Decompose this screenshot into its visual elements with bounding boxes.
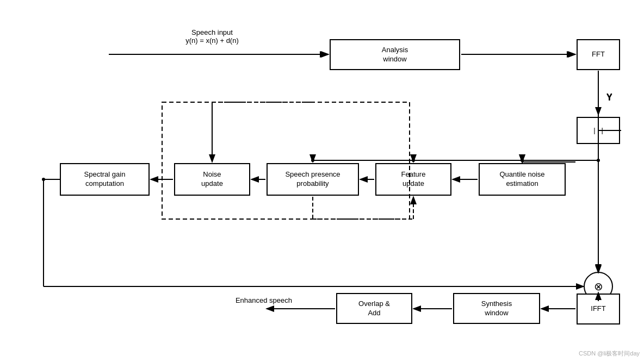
diagram: Speech input y(n) = x(n) + d(n) Analysis… — [0, 0, 644, 362]
watermark: CSDN @li极客时间day — [579, 349, 640, 358]
svg-point-47 — [311, 159, 314, 162]
svg-point-45 — [521, 159, 524, 162]
svg-text:Y: Y — [606, 93, 612, 102]
svg-point-48 — [42, 178, 45, 181]
svg-point-44 — [597, 159, 600, 162]
svg-point-46 — [412, 159, 415, 162]
